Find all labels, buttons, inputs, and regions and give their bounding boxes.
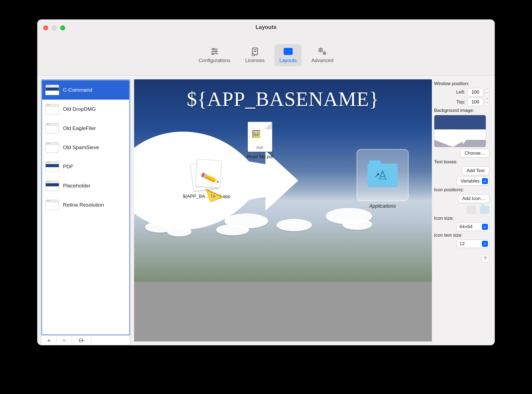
icon-text-size-select[interactable]: 12 ▴▾ [456,240,489,248]
layout-thumbnail-icon [45,85,59,95]
svg-point-3 [213,48,214,50]
svg-point-18 [323,52,326,55]
icon-size-label: Icon size: [434,216,489,221]
pdf-document-icon: 🖼️ PDF [248,122,272,152]
layout-thumbnail-icon [45,123,59,134]
canvas-item-app[interactable]: ✏️📐 ${APP_BA…AME}.app [177,159,237,199]
layout-name: Old EagleFiler [63,125,96,131]
svg-point-14 [286,49,287,50]
layout-window-icon [283,46,293,57]
applications-folder-icon: ⌂ [368,164,398,187]
svg-point-16 [319,48,322,52]
alias-badge-icon: ↗ [375,172,380,179]
tab-advanced[interactable]: Advanced [307,44,338,66]
inspector-panel: Window position: Left: ˄˅ Top: ˄˅ Backgr… [432,76,495,345]
select-chevron-icon: ▴▾ [482,241,488,247]
add-text-button[interactable]: Add Text [462,166,489,175]
remove-layout-button[interactable]: − [57,335,72,345]
canvas-item-readme[interactable]: 🖼️ PDF Read Me.pdf [238,122,282,160]
chevron-down-icon: ˅ [485,102,489,106]
background-image-well[interactable] [434,115,486,147]
layout-row[interactable]: C-Command [42,80,129,100]
layouts-sidebar: C-Command Old DropDMG Old EagleFiler Old… [37,76,130,345]
chevron-up-icon: ˄ [485,99,489,102]
window-title: Layouts [37,24,495,30]
layout-row[interactable]: Old EagleFiler [42,119,129,138]
layout-actions-menu[interactable] [72,335,91,345]
help-button[interactable]: ? [481,254,489,263]
layout-title-text[interactable]: ${APP_BASENAME} [134,88,432,111]
layout-name: Retina Resolution [63,202,104,208]
left-label: Left: [451,89,465,95]
svg-point-5 [212,53,213,55]
left-stepper[interactable]: ˄˅ [485,89,489,96]
layout-thumbnail-icon [45,161,59,172]
canvas-item-applications[interactable]: ⌂ ↗ Applications [355,149,410,209]
layout-canvas[interactable]: ${APP_BASENAME} 🖼️ PDF Read Me.pdf [134,79,432,282]
layout-name: Old SpamSieve [63,144,99,150]
select-chevron-icon: ▴▾ [482,224,488,230]
svg-point-30 [82,340,83,341]
add-icon-button[interactable]: Add Icon… [458,194,489,203]
svg-line-24 [319,48,319,49]
generic-icon-option[interactable] [467,206,476,214]
selection-box: ⌂ ↗ [357,149,409,201]
canvas-item-label: Read Me.pdf [238,154,282,160]
svg-line-26 [322,48,322,49]
layout-row[interactable]: Old SpamSieve [42,138,129,157]
background-image-label: Background image: [434,108,489,113]
canvas-item-label: Applications [355,203,410,209]
chevron-up-icon: ˄ [485,89,489,92]
svg-point-4 [215,51,217,52]
layouts-list-footer: ＋ − [41,335,130,345]
chevron-down-icon: ˅ [485,92,489,96]
variables-popup[interactable]: Variables ▴▾ [456,177,489,186]
svg-point-15 [287,49,288,50]
svg-line-27 [319,51,319,52]
layout-thumbnail-icon [45,104,59,114]
add-layout-button[interactable]: ＋ [41,335,57,345]
left-input[interactable] [467,88,483,96]
license-icon [250,46,260,57]
gears-icon [317,46,328,57]
toolbar: Configurations Licenses Layouts [37,44,495,66]
titlebar: Layouts Configurations Licenses [37,19,495,76]
layout-row[interactable]: PDF [42,157,129,176]
layout-name: Placeholder [63,183,90,189]
window-position-label: Window position: [434,81,489,86]
svg-point-7 [252,54,255,56]
icon-type-toggle [434,206,489,214]
tab-layouts[interactable]: Layouts [274,44,302,66]
layout-thumbnail-icon [45,142,59,153]
layout-row[interactable]: Retina Resolution [42,195,129,215]
tab-licenses[interactable]: Licenses [240,44,270,66]
layouts-list[interactable]: C-Command Old DropDMG Old EagleFiler Old… [41,79,130,335]
svg-point-28 [79,340,80,341]
ellipsis-chevron-icon [79,338,85,343]
svg-line-25 [322,51,322,52]
top-input[interactable] [467,98,483,106]
layout-row[interactable]: Placeholder [42,176,129,195]
folder-icon-option[interactable] [480,206,489,214]
layout-name: Old DropDMG [63,106,96,112]
icon-text-size-label: Icon text size: [434,233,489,238]
layout-name: PDF [63,164,73,170]
popup-chevron-icon: ▴▾ [482,178,488,184]
svg-point-29 [80,340,81,341]
top-stepper[interactable]: ˄˅ [485,99,489,106]
layout-thumbnail-icon [45,200,59,210]
icon-positions-label: Icon positions: [434,187,489,193]
sliders-icon [209,46,220,57]
layout-thumbnail-icon [45,181,59,191]
top-label: Top: [451,99,465,105]
tab-configurations[interactable]: Configurations [194,44,235,66]
svg-point-13 [285,49,285,50]
icon-size-select[interactable]: 64×64 ▴▾ [456,223,489,231]
svg-point-17 [320,50,321,51]
text-boxes-label: Text boxes: [434,159,489,165]
svg-rect-12 [284,50,293,55]
layout-row[interactable]: Old DropDMG [42,100,129,119]
choose-background-button[interactable]: Choose… [460,149,489,158]
layout-name: C-Command [63,87,92,93]
layout-canvas-well: ${APP_BASENAME} 🖼️ PDF Read Me.pdf [134,79,432,341]
